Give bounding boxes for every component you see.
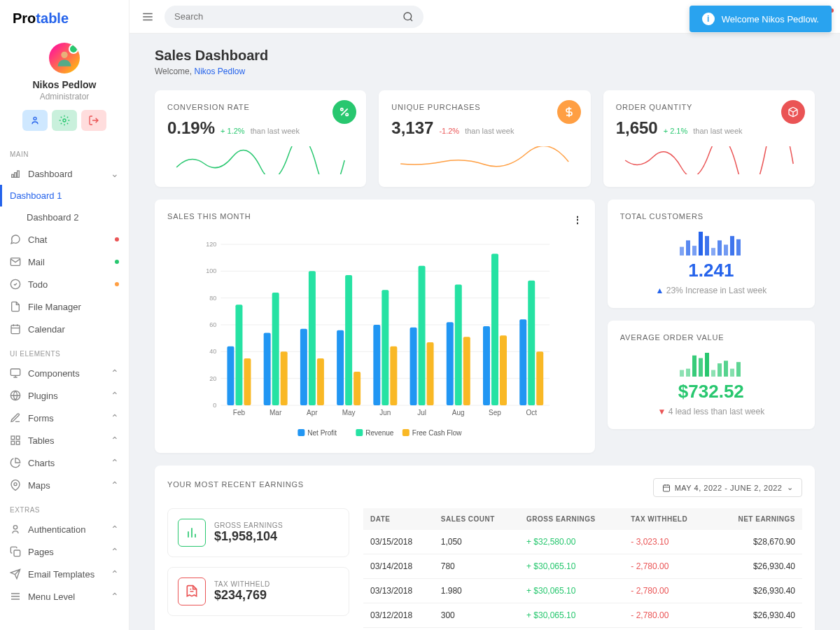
chevron-icon: ⌃ [111,435,119,446]
menu-toggle[interactable] [138,7,158,27]
card-menu-icon[interactable]: ⋮ [573,214,582,225]
nav-file-manager[interactable]: File Manager [0,295,129,318]
svg-text:Net Profit: Net Profit [307,429,337,437]
nav-dashboard[interactable]: Dashboard ⌄ [0,162,129,185]
svg-rect-54 [373,325,380,405]
svg-text:Aug: Aug [452,409,465,416]
nav-forms[interactable]: Forms⌃ [0,407,129,429]
nav-charts[interactable]: Charts⌃ [0,451,129,474]
svg-point-1 [34,117,36,120]
table-row[interactable]: 03/13/20181.980+ $30,065.10- 2,780.00$26… [363,579,802,603]
bar-chart-icon [178,519,206,547]
mail-icon [10,256,21,267]
earnings-table: DATE SALES COUNT GROSS EARNINGS TAX WITH… [363,508,802,628]
nav-dashboard-2[interactable]: Dashboard 2 [0,206,129,228]
nav-tables[interactable]: Tables⌃ [0,429,129,451]
menu-icon [10,591,21,602]
svg-rect-51 [345,275,352,405]
svg-rect-98 [730,369,734,377]
profile-btn-settings[interactable] [52,110,77,131]
chart-bar-icon [10,168,21,179]
status-dot [115,282,119,286]
search-input[interactable] [174,11,402,22]
edit-icon [10,412,21,424]
nav-mail[interactable]: Mail [0,251,129,273]
nav-maps[interactable]: Maps⌃ [0,474,129,496]
avatar[interactable] [49,43,80,74]
svg-point-0 [61,52,67,58]
chevron-icon: ⌃ [111,546,119,557]
svg-point-2 [63,119,66,122]
chevron-icon: ⌃ [111,479,119,491]
table-row[interactable]: 03/12/2018300+ $30,065.10- 2,780.00$26,9… [363,603,802,628]
svg-rect-44 [281,351,288,405]
chevron-icon: ⌃ [111,457,119,468]
toast[interactable]: i Welcome Nikos Pedlow. [690,6,832,32]
nav-menu-level[interactable]: Menu Level⌃ [0,585,129,608]
nav-email-templates[interactable]: Email Templates⌃ [0,563,129,585]
svg-rect-95 [711,370,715,377]
nav-todo[interactable]: Todo [0,273,129,295]
copy-icon [10,546,21,557]
svg-rect-70 [519,319,526,405]
svg-text:Oct: Oct [526,409,537,416]
gross-earnings-summary: GROSS EARNINGS$1,958,104 [167,508,349,557]
svg-text:40: 40 [209,348,216,355]
page-welcome: Welcome, Nikos Pedlow [155,66,815,76]
svg-rect-85 [711,248,715,255]
search-box[interactable] [164,6,424,28]
svg-rect-86 [718,240,722,255]
welcome-user-link[interactable]: Nikos Pedlow [194,66,245,76]
profile-btn-user[interactable] [22,110,48,131]
chevron-icon: ⌃ [111,412,119,424]
nav-pages[interactable]: Pages⌃ [0,540,129,563]
nav-calendar[interactable]: Calendar [0,318,129,340]
profile-btn-logout[interactable] [81,110,106,131]
receipt-icon [178,578,206,606]
chevron-down-icon: ⌄ [787,483,794,492]
svg-text:20: 20 [209,375,216,382]
total-customers-card: TOTAL CUSTOMERS 1.241 ▲ 23% Increase in … [608,200,815,308]
svg-rect-68 [500,335,507,405]
svg-point-18 [404,13,412,20]
svg-rect-92 [692,356,696,377]
profile-name: Nikos Pedlow [0,79,129,90]
chevron-down-icon: ⌄ [111,168,119,179]
sales-chart-card: SALES THIS MONTH ⋮ 020406080100120FebMar… [155,200,595,453]
svg-text:May: May [342,409,356,416]
svg-rect-13 [16,441,20,444]
svg-rect-58 [410,328,417,405]
svg-rect-83 [699,232,703,255]
date-range-button[interactable]: MAY 4, 2022 - JUNE 2, 2022 ⌄ [653,478,802,497]
svg-text:80: 80 [209,295,216,302]
chevron-icon: ⌃ [111,368,119,379]
chevron-icon: ⌃ [111,591,119,602]
svg-rect-80 [680,247,684,255]
nav-plugins[interactable]: Plugins⌃ [0,384,129,407]
nav-dashboard-1[interactable]: Dashboard 1 [0,185,129,206]
svg-rect-52 [354,372,360,405]
page-title: Sales Dashboard [155,48,815,64]
box-icon [781,100,805,124]
calendar-icon [662,484,671,492]
mini-bar-chart [676,227,746,255]
nav-section-main: MAIN [0,141,129,162]
table-row[interactable]: 03/14/2018780+ $30,065.10- 2,780.00$26,9… [363,554,802,579]
globe-icon [10,390,21,401]
chevron-icon: ⌃ [111,524,119,535]
svg-rect-63 [455,285,462,406]
mini-bar-chart [676,349,746,377]
svg-text:Jun: Jun [379,409,391,416]
tax-withheld-summary: TAX WITHHELD$234,769 [167,567,349,616]
nav-components[interactable]: Components⌃ [0,362,129,384]
nav-auth[interactable]: Authentication⌃ [0,518,129,540]
svg-rect-81 [686,240,690,255]
svg-text:120: 120 [206,241,216,248]
nav-chat[interactable]: Chat [0,228,129,251]
svg-rect-96 [718,363,722,377]
brand-logo[interactable]: Protable [0,0,129,37]
svg-text:60: 60 [209,321,216,328]
table-row[interactable]: 03/15/20181,050+ $32,580.00- 3,023.10$28… [363,530,802,554]
svg-rect-11 [11,436,15,440]
sparkline [391,146,578,174]
